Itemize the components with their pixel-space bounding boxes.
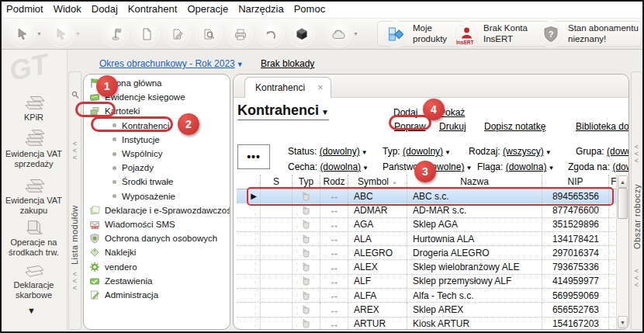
svg-text:SMS: SMS [92, 225, 99, 229]
tree-item-pojazdy[interactable]: Pojazdy [84, 161, 230, 175]
close-tab-icon[interactable]: × [317, 84, 324, 92]
table-row[interactable]: ↔ ADMAR AD-MAR s.c. 877476600 [237, 203, 618, 217]
contractor-type-icon [300, 276, 312, 286]
insert-account-button[interactable]: InsERT Brak Konta InsERT [453, 21, 536, 47]
tree-item-naklejki[interactable]: Naklejki [84, 245, 230, 259]
chevron-down-icon[interactable]: ▼ [353, 31, 358, 36]
sidebar-item-ewidencja-vat-sprzedazy[interactable]: Ewidencja VAT sprzedaży [0, 128, 68, 169]
products-tiles-icon [387, 26, 404, 43]
modules-more-caret[interactable]: ▼ [27, 306, 36, 315]
menu-item-podmiot[interactable]: Podmiot [6, 3, 43, 15]
chevron-down-icon[interactable]: ▼ [36, 31, 42, 36]
more-filters-button[interactable]: ••• [237, 144, 270, 169]
page-title[interactable]: Kontrahenci▼ [237, 102, 329, 120]
tree-item-ochrona-danych[interactable]: Ochrona danych osobowych [84, 231, 230, 245]
sidebar-item-deklaracje-skarbowe[interactable]: Deklaracje skarbowe [0, 259, 68, 300]
cursor-tool-disabled-button[interactable] [48, 21, 74, 47]
sidebar-item-label: Ewidencja VAT zakupu [0, 196, 68, 216]
sidebar-item-ewidencja-vat-zakupu[interactable]: Ewidencja VAT zakupu [0, 175, 68, 216]
rodzaj-both-icon: ↔ [329, 276, 339, 287]
annotation-step-1: 1 [96, 75, 118, 97]
annotation-rect-kartoteki [75, 102, 116, 117]
bullet-icon [113, 180, 116, 184]
tree-item-srodki-trwale[interactable]: Środki trwałe [84, 175, 230, 189]
filter-typ[interactable]: Typ: (dowolny)▼ [383, 146, 451, 157]
tree-item-zestawienia[interactable]: Zestawienia [84, 274, 230, 288]
table-row[interactable]: ↔ ALF Sklep przemysłowy ALF 414959977 [237, 275, 618, 289]
scroll-thumb[interactable] [618, 188, 628, 219]
labels-icon [89, 247, 100, 258]
tree-item-administracja[interactable]: Administracja [84, 288, 230, 302]
table-row[interactable]: ↔ ARTUR Kiosk ARTUR 154167203 [237, 317, 618, 329]
table-scrollbar[interactable]: ▲ ▼ [616, 175, 628, 329]
document-icon [139, 26, 154, 42]
tree-item-vendero[interactable]: vendero [84, 259, 230, 273]
table-row[interactable]: ↔ AGA Sklep AGA 351529896 [237, 218, 618, 232]
biblioteka-link[interactable]: Biblioteka dok [576, 121, 629, 132]
edit-document-button[interactable] [164, 21, 191, 47]
tree-item-deklaracje[interactable]: Deklaracje i e-Sprawozdawczość [84, 203, 230, 217]
scroll-down-button[interactable]: ▼ [618, 316, 628, 328]
declarations-sheets-icon [89, 205, 100, 216]
table-row[interactable]: ↔ ALFA Alfa - Tech s.c. 569959069 [237, 289, 618, 303]
table-row[interactable]: ↔ ALEX Sklep wielobranżowy ALE 793675336 [237, 260, 618, 274]
moje-produkty-label: Moje produkty [413, 23, 450, 44]
sheets-icon [19, 259, 49, 279]
menu-item-operacje[interactable]: Operacje [187, 3, 228, 15]
undo-button[interactable] [258, 21, 284, 47]
print-button[interactable] [227, 21, 253, 47]
sidebar-item-operacje-na-srodkach[interactable]: Operacje na środkach trw. [0, 218, 68, 258]
annotation-step-3: 3 [414, 161, 436, 182]
sidebar-item-kpir[interactable]: KPiR [0, 92, 68, 123]
menu-item-narzedzia[interactable]: Narzędzia [238, 3, 284, 15]
workspace-collapse-bar[interactable]: <<< Obszar roboczy <<< [631, 71, 642, 330]
ledger-icon [19, 92, 49, 112]
sidebar-item-label: Ewidencja VAT sprzedaży [0, 149, 68, 169]
dopisz-notatke-link[interactable]: Dopisz notatkę [484, 121, 545, 132]
tree-item-wyposazenie[interactable]: Wyposażenie [84, 189, 230, 203]
menu-item-dodaj[interactable]: Dodaj [92, 3, 118, 15]
menu-item-pomoc[interactable]: Pomoc [294, 3, 325, 15]
filter-status[interactable]: Status: (dowolny)▼ [288, 146, 368, 157]
cloud-sync-button[interactable] [326, 21, 352, 47]
brak-konta-label: Brak Konta InsERT [483, 23, 536, 44]
rodzaj-both-icon: ↔ [329, 219, 339, 231]
flag-tool-button[interactable] [102, 21, 129, 47]
view-document-button[interactable] [196, 21, 222, 47]
tab-kontrahenci[interactable]: Kontrahenci × [244, 77, 331, 98]
chevron-left-icon: <<< [69, 140, 81, 161]
filter-grupa[interactable]: Grupa: (dowolna) [576, 146, 629, 157]
filter-rodzaj[interactable]: Rodzaj: (wszyscy)▼ [469, 146, 552, 157]
toolbar-right-panel: Moje produkty InsERT Brak Konta InsERT ?… [377, 21, 642, 47]
contractor-type-icon [300, 219, 312, 230]
pin-icon[interactable] [71, 91, 79, 99]
tree-item-wspolnicy[interactable]: Wspólnicy [84, 147, 230, 161]
cube-module-button[interactable] [289, 21, 315, 47]
modules-list-bar-title: Lista modułów [70, 181, 80, 265]
lock-status-link[interactable]: Brak blokady [261, 58, 314, 69]
accounting-period-link[interactable]: Okres obrachunkowy - Rok 2023▼ [99, 58, 244, 69]
subscription-status-button[interactable]: ? Stan abonamentu nieznany! [538, 21, 642, 47]
chevron-down-icon: ▼ [237, 61, 244, 68]
chevron-down-icon[interactable]: ▼ [75, 31, 81, 36]
tree-item-wiadomosci-sms[interactable]: SMS Wiadomości SMS [84, 217, 230, 231]
insert-badge: InsERT [456, 40, 473, 45]
drukuj-link[interactable]: Drukuj [439, 121, 466, 132]
rodzaj-both-icon: ↔ [329, 204, 339, 216]
menu-item-kontrahent[interactable]: Kontrahent [128, 3, 178, 15]
filter-cecha[interactable]: Cecha: (dowolna)▼ [288, 161, 369, 172]
moje-produkty-button[interactable]: Moje produkty [383, 21, 450, 47]
menu-item-widok[interactable]: Widok [54, 3, 81, 15]
rodzaj-both-icon: ↔ [329, 304, 339, 316]
scroll-up-button[interactable]: ▲ [618, 175, 628, 188]
filter-zgoda[interactable]: Zgoda na: (dowolna) [568, 161, 629, 172]
new-document-button[interactable] [133, 21, 160, 47]
filter-flaga[interactable]: Flaga: (dowolna)▼ [477, 161, 554, 172]
table-row[interactable]: ↔ ALEGRO Drogeria ALEGRO 297016374 [237, 246, 618, 260]
cursor-tool-button[interactable] [9, 21, 36, 47]
table-row[interactable]: ↔ ALA Hurtownia ALA 134178421 [237, 232, 618, 246]
bullet-icon [113, 166, 116, 170]
table-row[interactable]: ↔ AREX Sklep AREX 656552763 [237, 303, 618, 317]
printer-icon [232, 26, 248, 42]
tree-item-instytucje[interactable]: Instytucje [84, 133, 230, 147]
